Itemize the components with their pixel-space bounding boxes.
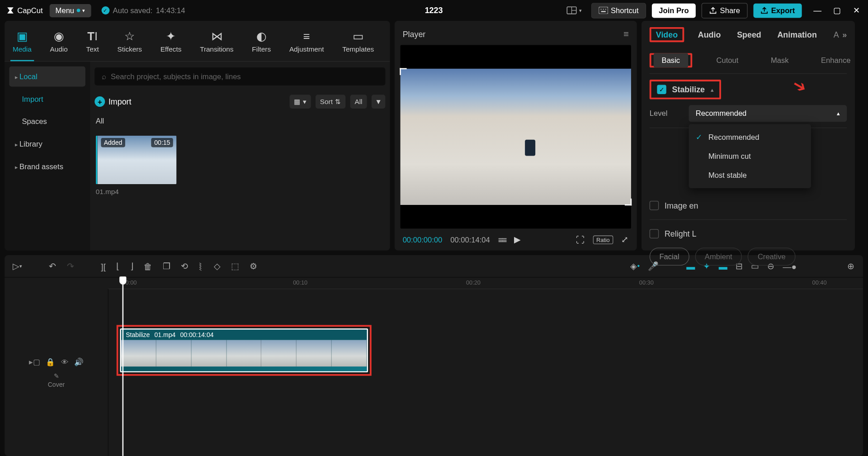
tab-adjustment[interactable]: ≡Adjustment: [287, 25, 326, 61]
join-pro-button[interactable]: Join Pro: [652, 3, 696, 18]
pill-creative[interactable]: Creative: [748, 247, 795, 266]
level-option-minimum[interactable]: Minimum cut: [689, 147, 811, 166]
view-mode-button[interactable]: ▦▾: [289, 95, 311, 109]
reverse-tool[interactable]: ⟲: [181, 261, 189, 271]
stabilize-checkbox[interactable]: ✓: [657, 85, 666, 94]
ratio-button[interactable]: Ratio: [593, 235, 613, 244]
track-mute-icon[interactable]: 🔊: [74, 357, 83, 366]
svg-rect-7: [601, 11, 605, 12]
marker-tool[interactable]: ◈•: [630, 261, 640, 271]
subtab-cutout[interactable]: Cutout: [708, 53, 747, 67]
trim-right-tool[interactable]: ⌋: [130, 261, 134, 271]
track-visibility-icon[interactable]: 👁: [61, 357, 69, 366]
properties-panel: Video Audio Speed Animation A » Basic Cu…: [642, 21, 855, 251]
level-dropdown[interactable]: Recommended ▴: [689, 105, 847, 122]
shortcut-button[interactable]: Shortcut: [591, 3, 646, 18]
playhead[interactable]: [123, 278, 124, 456]
image-enhance-checkbox[interactable]: [650, 201, 659, 210]
auto-tool[interactable]: ⚙: [250, 261, 257, 271]
scale-icon[interactable]: ⛶: [576, 235, 585, 245]
import-button[interactable]: + Import: [94, 96, 131, 107]
minimize-button[interactable]: —: [812, 6, 823, 15]
relight-checkbox[interactable]: [650, 229, 659, 238]
tab-transitions[interactable]: ⋈Transitions: [198, 25, 236, 61]
timeline-ruler[interactable]: 00:00 00:10 00:20 00:30 00:40: [108, 278, 863, 290]
player-title: Player: [403, 29, 426, 38]
player-viewport[interactable]: [401, 45, 631, 229]
export-icon: [760, 6, 769, 14]
export-button[interactable]: Export: [753, 3, 802, 18]
redo-button[interactable]: ↷: [67, 261, 75, 271]
tab-speed[interactable]: Speed: [735, 27, 764, 43]
chevron-down-icon: ▾: [579, 8, 582, 14]
app-logo: CapCut: [6, 6, 43, 15]
tab-text[interactable]: TIText: [84, 25, 101, 61]
tab-stickers[interactable]: ☆Stickers: [115, 25, 144, 61]
audio-icon: ◉: [54, 30, 64, 43]
chevron-up-icon: ▴: [837, 110, 840, 117]
menu-button[interactable]: Menu ▾: [50, 4, 91, 17]
filters-icon: ◐: [256, 30, 266, 43]
timeline-tracks[interactable]: Stabilize 01.mp4 00:00:14:04: [108, 289, 863, 456]
level-option-recommended[interactable]: Recommended: [689, 128, 811, 147]
media-icon: ▣: [17, 30, 28, 43]
sidebar-item-local[interactable]: Local: [9, 66, 85, 87]
copy-tool[interactable]: ❐: [163, 261, 170, 271]
sort-button[interactable]: Sort ⇅: [316, 95, 345, 109]
tab-animation[interactable]: Animation: [775, 27, 819, 43]
track-lock-icon[interactable]: 🔒: [46, 357, 55, 366]
project-name[interactable]: 1223: [425, 6, 443, 15]
search-icon: ⌕: [102, 72, 106, 81]
level-option-most-stable[interactable]: Most stable: [689, 166, 811, 185]
split-tool[interactable]: ]​[: [101, 261, 106, 271]
tab-audio-prop[interactable]: Audio: [696, 27, 723, 43]
zoom-in[interactable]: ⊕: [847, 261, 855, 271]
delete-tool[interactable]: 🗑: [144, 261, 152, 271]
check-icon: ✓: [101, 6, 109, 14]
mirror-tool[interactable]: ⦚: [198, 261, 203, 271]
sidebar-item-import[interactable]: Import: [9, 89, 85, 109]
share-button[interactable]: Share: [702, 3, 748, 18]
search-input[interactable]: ⌕ Search project, subjects in image, lin…: [94, 67, 385, 86]
pill-ambient[interactable]: Ambient: [695, 247, 742, 266]
subtab-mask[interactable]: Mask: [763, 53, 797, 67]
ruler-mark: 00:10: [293, 280, 307, 286]
tab-media[interactable]: ▣Media: [10, 25, 34, 61]
list-icon[interactable]: ≡≡: [498, 235, 506, 245]
added-badge: Added: [101, 138, 125, 147]
play-button[interactable]: ▶: [514, 234, 521, 245]
keyboard-icon: [599, 7, 608, 14]
fullscreen-button[interactable]: ⤢: [621, 234, 629, 245]
subtab-basic[interactable]: Basic: [654, 53, 688, 67]
effects-icon: ✦: [166, 30, 176, 43]
search-placeholder: Search project, subjects in image, lines: [111, 72, 241, 81]
tab-audio[interactable]: ◉Audio: [48, 25, 70, 61]
ruler-mark: 00:20: [466, 280, 481, 286]
media-clip[interactable]: Added 00:15 01.mp4: [96, 136, 177, 196]
cover-button[interactable]: ✎ Cover: [48, 372, 65, 387]
player-menu-icon[interactable]: ≡: [623, 29, 629, 39]
tab-filters[interactable]: ◐Filters: [250, 25, 273, 61]
subtab-enhance[interactable]: Enhance: [813, 53, 859, 67]
track-preview-icon[interactable]: ▸▢: [29, 357, 40, 366]
layout-button[interactable]: ▾: [563, 4, 585, 17]
close-button[interactable]: ✕: [851, 6, 862, 15]
svg-rect-3: [599, 7, 608, 14]
tab-templates[interactable]: ▭Templates: [340, 25, 376, 61]
collapse-icon[interactable]: ▴: [711, 86, 713, 93]
crop-tool[interactable]: ⬚: [231, 261, 239, 271]
sidebar-item-library[interactable]: Library: [9, 134, 85, 154]
trim-left-tool[interactable]: ⌊: [116, 261, 120, 271]
more-tabs[interactable]: A »: [834, 30, 847, 39]
pill-facial[interactable]: Facial: [650, 247, 689, 266]
selection-tool[interactable]: ▷ ▾: [13, 261, 23, 271]
sidebar-item-brand-assets[interactable]: Brand assets: [9, 157, 85, 177]
tab-effects[interactable]: ✦Effects: [158, 25, 184, 61]
maximize-button[interactable]: ▢: [832, 6, 842, 15]
tab-video[interactable]: Video: [654, 27, 680, 43]
filter-all-button[interactable]: All: [350, 95, 367, 109]
filter-button[interactable]: ▼: [372, 95, 385, 109]
sidebar-item-spaces[interactable]: Spaces: [9, 111, 85, 132]
undo-button[interactable]: ↶: [49, 261, 57, 271]
rotate-tool[interactable]: ◇: [214, 261, 221, 271]
